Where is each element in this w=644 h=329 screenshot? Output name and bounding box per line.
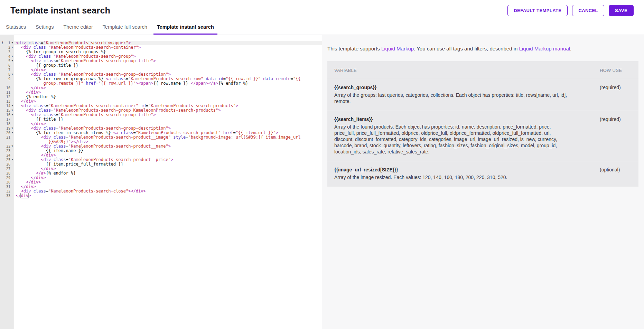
- line-number: 11: [4, 90, 10, 95]
- cancel-button[interactable]: CANCEL: [572, 5, 604, 16]
- variable-description: Array of the found products. Each object…: [334, 124, 600, 155]
- gutter-cell: 15▼: [0, 108, 14, 113]
- line-number: 24: [4, 153, 10, 158]
- code-text[interactable]: </div>: [14, 180, 322, 185]
- line-number: 19: [4, 126, 10, 131]
- gutter-cell: 19▼: [0, 126, 14, 131]
- code-text[interactable]: {% endfor %}: [14, 95, 322, 99]
- tab-template-instant-search[interactable]: Template instant search: [153, 21, 217, 35]
- code-line[interactable]: 32 <div class="KameleoonProducts-search-…: [0, 189, 322, 194]
- code-text[interactable]: {{ group.title }}: [14, 63, 322, 68]
- gutter-cell: 24: [0, 153, 14, 158]
- liquid-markup-link[interactable]: Liquid Markup: [381, 46, 414, 51]
- line-number: 31: [4, 185, 10, 189]
- code-line[interactable]: 28 </a>{% endfor %}: [0, 171, 322, 176]
- code-text[interactable]: </div>: [14, 86, 322, 90]
- fold-arrow-icon[interactable]: ▼: [10, 108, 14, 113]
- line-number: 33: [4, 194, 10, 198]
- line-number: 20: [4, 131, 10, 135]
- code-text[interactable]: {{ item.name }}: [14, 149, 322, 153]
- code-line[interactable]: 10 </div>: [0, 86, 322, 90]
- variable-row: {{image_url_resized[SIZE]}}Array of the …: [327, 161, 638, 187]
- gutter-cell: 33: [0, 194, 14, 198]
- fold-arrow-icon[interactable]: ▼: [10, 41, 14, 45]
- line-number: 5: [4, 59, 10, 63]
- variable-requirement: (required): [600, 116, 632, 155]
- fold-arrow-icon[interactable]: ▼: [10, 59, 14, 63]
- code-line[interactable]: 33</div>: [0, 194, 322, 198]
- code-line[interactable]: 12 {% endfor %}: [0, 95, 322, 99]
- line-number: 26: [4, 162, 10, 167]
- liquid-markup-manual-link[interactable]: Liquid Markup manual: [519, 46, 570, 51]
- code-text[interactable]: </div>: [14, 176, 322, 180]
- tab-template-full-search[interactable]: Template full search: [99, 21, 151, 35]
- line-number: 30: [4, 180, 10, 185]
- lint-info-icon[interactable]: i: [0, 41, 4, 45]
- variable-description: Array of the image resized. Each values:…: [334, 174, 600, 180]
- variable-description: Array of the groups: last queries, categ…: [334, 92, 600, 104]
- code-line[interactable]: 30 </div>: [0, 180, 322, 185]
- fold-arrow-icon[interactable]: ▼: [10, 113, 14, 117]
- fold-arrow-icon[interactable]: ▼: [10, 126, 14, 131]
- line-number: 27: [4, 167, 10, 171]
- code-line[interactable]: 17 {{ title }}: [0, 117, 322, 122]
- fold-arrow-icon[interactable]: ▼: [10, 104, 14, 108]
- liquid-markup-intro: This template supports Liquid Markup. Yo…: [327, 45, 638, 52]
- fold-arrow-icon[interactable]: ▼: [10, 158, 14, 162]
- line-number: 2: [4, 45, 10, 50]
- code-text[interactable]: <div class="KameleoonProducts-search-clo…: [14, 189, 322, 194]
- fold-arrow-icon[interactable]: ▼: [10, 72, 14, 77]
- line-number: 21: [4, 135, 10, 140]
- gutter-cell: 12: [0, 95, 14, 99]
- variable-name: {{search_items}}: [334, 116, 600, 122]
- gutter-cell: 30: [0, 180, 14, 185]
- gutter-cell: 23: [0, 149, 14, 153]
- page-header: Template instant search DEFAULT TEMPLATE…: [0, 0, 644, 16]
- code-text[interactable]: </a>{% endfor %}: [14, 171, 322, 176]
- fold-arrow-icon[interactable]: ▼: [10, 45, 14, 50]
- line-number: 14: [4, 104, 10, 108]
- line-number: 12: [4, 95, 10, 99]
- gutter-cell: i1▼: [0, 41, 14, 45]
- intro-text-1: This template supports: [327, 46, 381, 51]
- line-number: 3: [4, 50, 10, 54]
- main-content: i1▼<div class="KameleoonProducts-search-…: [0, 35, 644, 329]
- variable-column-header: VARIABLE: [334, 67, 600, 74]
- line-number: 23: [4, 149, 10, 153]
- gutter-cell: 26: [0, 162, 14, 167]
- variable-row: {{search_groups}}Array of the groups: la…: [327, 79, 638, 111]
- code-text[interactable]: </div>: [14, 90, 322, 95]
- code-line[interactable]: 9 {% for row in group.rows %} <a class="…: [0, 77, 322, 86]
- how-use-column-header: HOW USE: [600, 67, 632, 74]
- fold-arrow-icon[interactable]: ▼: [10, 54, 14, 59]
- matching-tag-highlight: div: [20, 193, 29, 198]
- tab-theme-editor[interactable]: Theme editor: [60, 21, 96, 35]
- line-number: 18: [4, 122, 10, 126]
- code-editor[interactable]: i1▼<div class="KameleoonProducts-search-…: [0, 35, 322, 329]
- code-text[interactable]: </div>: [14, 194, 322, 198]
- code-text[interactable]: {{ title }}: [14, 117, 322, 122]
- line-number: 25: [4, 158, 10, 162]
- gutter-cell: 13: [0, 99, 14, 104]
- code-text[interactable]: <div class="KameleoonProducts-search-pro…: [14, 135, 322, 144]
- code-line[interactable]: 29 </div>: [0, 176, 322, 180]
- code-line[interactable]: 6 {{ group.title }}: [0, 63, 322, 68]
- variables-table-header: VARIABLE HOW USE: [327, 61, 638, 79]
- gutter-cell: 3: [0, 50, 14, 54]
- gutter-cell: 6: [0, 63, 14, 68]
- default-template-button[interactable]: DEFAULT TEMPLATE: [507, 5, 568, 16]
- fold-arrow-icon[interactable]: ▼: [10, 131, 14, 135]
- code-line[interactable]: 21 <div class="KameleoonProducts-search-…: [0, 135, 322, 144]
- variable-row: {{search_items}}Array of the found produ…: [327, 111, 638, 161]
- code-text[interactable]: {{ item.price_full_formatted }}: [14, 162, 322, 167]
- tab-statistics[interactable]: Statistics: [2, 21, 29, 35]
- line-number: 22: [4, 144, 10, 149]
- variable-name: {{image_url_resized[SIZE]}}: [334, 167, 600, 173]
- code-text[interactable]: {% for row in group.rows %} <a class="Ka…: [14, 77, 322, 86]
- tab-settings[interactable]: Settings: [32, 21, 57, 35]
- fold-arrow-icon[interactable]: ▼: [10, 144, 14, 149]
- line-number: 32: [4, 189, 10, 194]
- line-number: 13: [4, 99, 10, 104]
- gutter-cell: 28: [0, 171, 14, 176]
- save-button[interactable]: SAVE: [609, 5, 634, 16]
